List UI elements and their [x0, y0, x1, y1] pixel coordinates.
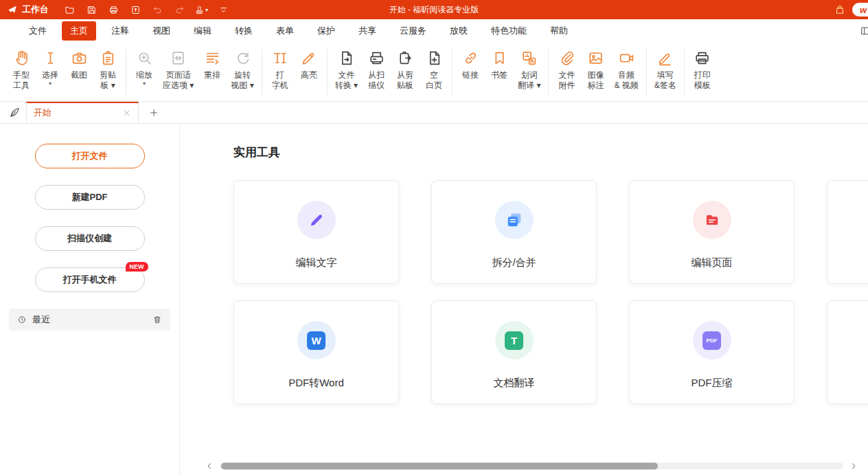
- recent-label: 最近: [32, 313, 50, 326]
- ribbon-label: 旋转视图 ▾: [231, 70, 253, 91]
- clear-recent-button[interactable]: [152, 315, 162, 324]
- scroll-left-button[interactable]: [205, 461, 214, 471]
- menu-cloud-service[interactable]: 云服务: [391, 21, 435, 41]
- ribbon-label: 打印模板: [694, 70, 711, 91]
- edit-text-card[interactable]: 编辑文字: [233, 180, 399, 284]
- ribbon-divider: [126, 49, 126, 96]
- link-button[interactable]: 链接: [456, 47, 485, 91]
- card-row: 编辑文字拆分/合并编辑页面: [233, 180, 868, 284]
- menu-file[interactable]: 文件: [21, 21, 55, 41]
- menu-play[interactable]: 放映: [442, 21, 476, 41]
- menu-special-features[interactable]: 特色功能: [483, 21, 535, 41]
- start-page-icon[interactable]: [5, 103, 23, 121]
- edit-pages-card[interactable]: 编辑页面: [629, 180, 795, 284]
- workspace-label: 工作台: [22, 3, 49, 16]
- tabbar: 开始: [0, 102, 868, 124]
- fill-sign-button[interactable]: 填写&签名: [650, 47, 681, 91]
- typewriter-button[interactable]: 打字机: [266, 47, 295, 91]
- zoom-button[interactable]: 缩放▾: [130, 47, 159, 91]
- menu-view[interactable]: 视图: [144, 21, 179, 41]
- scrollbar-track[interactable]: [220, 463, 843, 470]
- word-translate-button[interactable]: 划词翻译 ▾: [514, 47, 545, 91]
- ribbon-label: 书签: [491, 70, 507, 80]
- bookmark-button[interactable]: 书签: [485, 47, 514, 91]
- workspace-button[interactable]: 工作台: [0, 0, 60, 19]
- card-row: WPDF转WordT文档翻译PDFPDF压缩: [233, 300, 868, 404]
- file-convert-button[interactable]: 文件转换 ▾: [331, 47, 362, 91]
- sidebar-buttons: 打开文件新建PDF扫描仪创建打开手机文件NEW: [0, 144, 179, 292]
- print-template-button[interactable]: 打印模板: [688, 47, 717, 91]
- menu-share[interactable]: 共享: [350, 21, 385, 41]
- open-mobile-file-button[interactable]: 打开手机文件NEW: [35, 267, 145, 292]
- reflow-button[interactable]: 重排: [198, 47, 227, 91]
- menu-comment[interactable]: 注释: [103, 21, 137, 41]
- rotate-view-button[interactable]: 旋转视图 ▾: [227, 47, 258, 91]
- stamp-tool-button[interactable]: ▾: [192, 2, 211, 17]
- menu-edit[interactable]: 编辑: [185, 21, 220, 41]
- recent-row[interactable]: 最近: [9, 309, 170, 331]
- rotate-icon: [234, 49, 251, 67]
- fillsign-icon: [656, 49, 674, 67]
- new-tab-button[interactable]: [148, 107, 159, 118]
- select-icon: [42, 49, 59, 67]
- card-icon-circle: W: [297, 321, 336, 360]
- new-pdf-button[interactable]: 新建PDF: [35, 185, 145, 210]
- from-clipboard-button[interactable]: 从剪贴板: [391, 47, 420, 91]
- menu-help[interactable]: 帮助: [542, 21, 576, 41]
- ribbon: 手型工具选择▾截图剪贴板 ▾缩放▾页面适应选项 ▾重排旋转视图 ▾打字机高亮文件…: [0, 43, 868, 102]
- gift-icon[interactable]: [834, 4, 845, 15]
- reflow-icon: [204, 49, 221, 67]
- scanner-create-button[interactable]: 扫描仪创建: [35, 226, 145, 251]
- image-annotation-button[interactable]: 图像标注: [581, 47, 610, 91]
- scrollbar-thumb[interactable]: [221, 463, 658, 470]
- menu-form[interactable]: 表单: [268, 21, 302, 41]
- ribbon-label: 缩放▾: [136, 70, 152, 87]
- ribbon-label: 从扫描仪: [368, 70, 385, 91]
- ribbon-label: 文件转换 ▾: [335, 70, 358, 91]
- open-file-button[interactable]: 打开文件: [35, 144, 145, 168]
- partial-card[interactable]: [827, 300, 868, 404]
- content: 打开文件新建PDF扫描仪创建打开手机文件NEW 最近 实用工具 编辑文字拆分/合…: [0, 124, 868, 475]
- snapshot-button[interactable]: 截图: [65, 47, 93, 91]
- hand-tool-button[interactable]: 手型工具: [7, 47, 36, 91]
- scroll-right-button[interactable]: [849, 461, 858, 471]
- page-fit-options-button[interactable]: 页面适应选项 ▾: [159, 47, 198, 91]
- from-scanner-button[interactable]: 从扫描仪: [362, 47, 391, 91]
- undo-button[interactable]: [148, 2, 167, 17]
- ribbon-divider: [327, 49, 328, 96]
- menu-protect[interactable]: 保护: [309, 21, 343, 41]
- customize-quick-access-button[interactable]: [214, 2, 233, 17]
- pdf-compress-card[interactable]: PDFPDF压缩: [629, 300, 795, 404]
- horizontal-scrollbar: [205, 461, 858, 471]
- pdf-compress-card-badge-icon: PDF: [703, 331, 721, 350]
- clipboard-icon: [100, 49, 117, 67]
- menu-home[interactable]: 主页: [62, 21, 96, 41]
- open-file-button[interactable]: [60, 2, 79, 17]
- ribbon-group: 打字机高亮: [266, 47, 323, 91]
- doc-translate-card[interactable]: T文档翻译: [431, 300, 597, 404]
- clipboard-button[interactable]: 剪贴板 ▾: [93, 47, 122, 91]
- ribbon-label: 从剪贴板: [397, 70, 413, 91]
- export-button[interactable]: [126, 2, 145, 17]
- highlight-button[interactable]: 高亮: [295, 47, 323, 91]
- ribbon-group: 缩放▾页面适应选项 ▾重排旋转视图 ▾: [130, 47, 258, 91]
- audio-video-button[interactable]: 音频& 视频: [610, 47, 642, 91]
- card-label: 拆分/合并: [492, 256, 536, 269]
- blank-page-button[interactable]: 空白页: [420, 47, 448, 91]
- tab-start[interactable]: 开始: [26, 102, 139, 123]
- card-label: PDF压缩: [692, 377, 733, 390]
- tab-close-icon[interactable]: [122, 108, 131, 118]
- window-title: 开始 - 福昕阅读器专业版: [389, 4, 479, 16]
- save-button[interactable]: [82, 2, 101, 17]
- print-button[interactable]: [104, 2, 123, 17]
- menu-convert[interactable]: 转换: [227, 21, 261, 41]
- redo-button[interactable]: [170, 2, 189, 17]
- file-attachment-button[interactable]: 文件附件: [552, 47, 581, 91]
- ribbon-label: 填写&签名: [654, 70, 676, 91]
- panel-icon[interactable]: [858, 25, 868, 36]
- pdf-to-word-card[interactable]: WPDF转Word: [233, 300, 399, 404]
- member-button[interactable]: w: [852, 3, 868, 16]
- partial-card[interactable]: [827, 180, 868, 284]
- select-button[interactable]: 选择▾: [36, 47, 65, 91]
- split-merge-card[interactable]: 拆分/合并: [431, 180, 597, 284]
